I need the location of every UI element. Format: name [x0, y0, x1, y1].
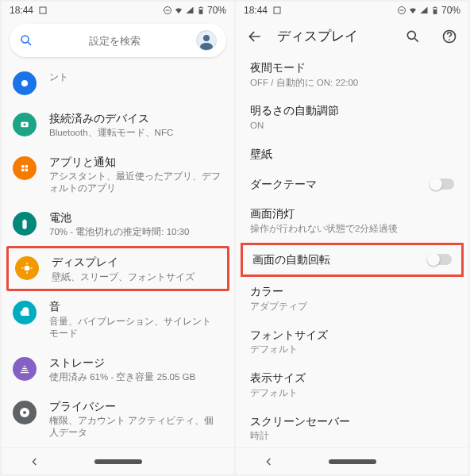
avatar[interactable] [196, 30, 217, 51]
back-nav-icon[interactable] [29, 455, 41, 468]
item-title: 電池 [49, 210, 223, 225]
item-subtitle: 使用済み 61% - 空き容量 25.05 GB [49, 371, 223, 383]
item-icon [13, 212, 37, 236]
svg-rect-0 [40, 7, 46, 13]
svg-rect-13 [24, 124, 26, 126]
item-subtitle: 壁紙、スリープ、フォントサイズ [52, 271, 221, 283]
item-subtitle: Bluetooth、運転モード、NFC [49, 127, 223, 139]
status-time: 18:44 [244, 5, 268, 16]
item-title: 画面消灯 [250, 207, 454, 221]
svg-line-35 [415, 38, 418, 41]
settings-item[interactable]: 接続済みのデバイスBluetooth、運転モード、NFC [2, 103, 234, 147]
item-icon [13, 401, 37, 424]
svg-point-6 [21, 36, 29, 43]
wifi-icon [174, 6, 183, 15]
dnd-icon [397, 6, 406, 15]
item-icon [15, 256, 39, 280]
wifi-icon [408, 6, 418, 15]
display-item[interactable]: 明るさの自動調節ON [236, 96, 468, 139]
search-icon [19, 33, 33, 48]
item-subtitle: 権限、アカウント アクティビティ、個人データ [49, 415, 223, 439]
search-input[interactable] [33, 35, 196, 47]
item-icon [13, 71, 37, 95]
help-icon[interactable] [441, 29, 457, 44]
settings-item[interactable]: ストレージ使用済み 61% - 空き容量 25.05 GB [2, 347, 234, 391]
status-time: 18:44 [10, 5, 33, 16]
item-subtitle: デフォルト [250, 344, 454, 355]
display-item[interactable]: カラーアダプティブ [236, 277, 468, 320]
item-title: 接続済みのデバイス [49, 111, 223, 125]
settings-item[interactable]: ディスプレイ壁紙、スリープ、フォントサイズ [6, 246, 229, 291]
item-subtitle: 操作が行われない状態で2分経過後 [250, 223, 454, 235]
item-title: アプリと通知 [49, 155, 223, 169]
display-item[interactable]: 夜間モードOFF / 自動的に ON: 22:00 [236, 53, 468, 96]
item-title: カラー [250, 285, 454, 299]
toggle-switch[interactable] [428, 254, 452, 265]
back-icon[interactable] [247, 29, 263, 44]
svg-rect-27 [274, 7, 280, 13]
settings-item[interactable]: アプリと通知アシスタント、最近使ったアプリ、デフォルトのアプリ [2, 147, 234, 202]
display-item[interactable]: ダークテーマ [236, 170, 468, 200]
display-item[interactable]: 表示サイズデフォルト [236, 363, 468, 406]
settings-item[interactable]: 音音量、バイブレーション、サイレント モード [2, 291, 234, 347]
settings-item[interactable]: ント [2, 62, 234, 103]
item-title: プライバシー [49, 399, 223, 413]
back-nav-icon[interactable] [263, 455, 275, 468]
display-screen: 18:44 70% ディスプレイ 夜間モードOFF / 自動的に ON: 22:… [236, 2, 468, 474]
settings-list: ント接続済みのデバイスBluetooth、運転モード、NFCアプリと通知アシスタ… [2, 62, 234, 447]
display-item[interactable]: 画面の自動回転 [241, 243, 464, 278]
svg-point-34 [407, 31, 415, 39]
item-title: ダークテーマ [250, 178, 430, 192]
item-title: ディスプレイ [52, 255, 221, 269]
svg-rect-32 [434, 7, 436, 8]
status-bar: 18:44 70% [236, 2, 468, 19]
svg-point-9 [203, 35, 210, 41]
svg-point-37 [449, 39, 450, 40]
home-nav-icon[interactable] [329, 459, 376, 464]
item-subtitle: 70% - 電池切れの推定時間: 10:30 [49, 226, 223, 238]
svg-rect-31 [433, 10, 437, 14]
item-icon [13, 113, 37, 136]
item-title: 音 [49, 299, 223, 313]
search-bar[interactable] [10, 24, 226, 57]
svg-rect-18 [24, 220, 26, 221]
screenshot-indicator-icon [38, 6, 48, 15]
item-subtitle: OFF / 自動的に ON: 22:00 [250, 77, 454, 89]
svg-rect-15 [25, 165, 28, 167]
item-subtitle: 時計 [250, 430, 454, 442]
signal-icon [185, 6, 195, 15]
home-nav-icon[interactable] [94, 459, 142, 464]
item-subtitle: アダプティブ [250, 301, 454, 313]
display-item[interactable]: スクリーンセーバー時計 [236, 407, 468, 447]
item-subtitle: ント [49, 71, 223, 83]
item-subtitle: ON [250, 120, 454, 132]
svg-point-19 [25, 266, 30, 271]
display-item[interactable]: 画面消灯操作が行われない状態で2分経過後 [236, 199, 468, 242]
page-title: ディスプレイ [277, 27, 391, 45]
item-title: 明るさの自動調節 [250, 104, 454, 118]
display-item[interactable]: 壁紙 [236, 140, 468, 170]
nav-bar [2, 447, 234, 474]
svg-rect-5 [200, 7, 202, 8]
svg-rect-17 [25, 169, 28, 171]
search-icon[interactable] [405, 29, 421, 44]
item-title: ストレージ [49, 355, 223, 370]
item-subtitle: 音量、バイブレーション、サイレント モード [49, 316, 223, 340]
toggle-switch[interactable] [430, 178, 454, 190]
header-bar: ディスプレイ [236, 19, 468, 53]
display-item[interactable]: フォントサイズデフォルト [236, 321, 468, 363]
item-title: 夜間モード [250, 61, 454, 75]
settings-item[interactable]: プライバシー権限、アカウント アクティビティ、個人データ [2, 391, 234, 447]
signal-icon [419, 6, 429, 15]
svg-rect-4 [199, 10, 202, 14]
svg-point-11 [21, 80, 28, 86]
battery-percent: 70% [441, 5, 460, 16]
item-title: 壁紙 [250, 148, 454, 162]
settings-item[interactable]: 電池70% - 電池切れの推定時間: 10:30 [2, 202, 234, 246]
item-title: スクリーンセーバー [250, 415, 454, 429]
dnd-icon [163, 6, 172, 15]
svg-rect-14 [21, 165, 24, 167]
display-list: 夜間モードOFF / 自動的に ON: 22:00明るさの自動調節ON壁紙ダーク… [236, 53, 468, 447]
battery-icon [196, 6, 206, 15]
item-title: フォントサイズ [250, 328, 454, 343]
